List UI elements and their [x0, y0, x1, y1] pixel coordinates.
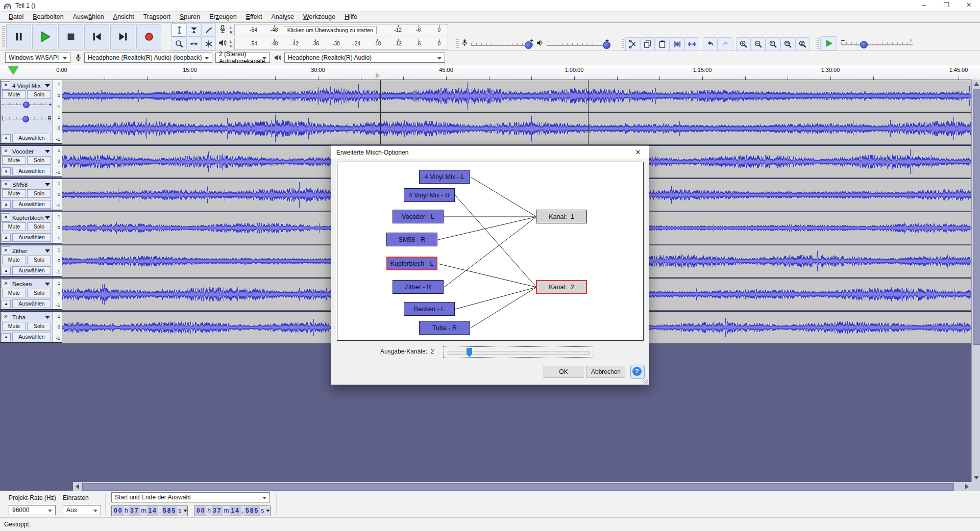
- record-meter[interactable]: LR -54-48Klicken um Überwachung zu start…: [217, 23, 448, 37]
- menu-erzeugen[interactable]: Erzeugen: [205, 12, 241, 21]
- recording-device-dropdown[interactable]: Headphone (Realtek(R) Audio) (loopback): [84, 53, 212, 63]
- zoom-out-button[interactable]: [751, 37, 766, 51]
- timeshift-tool-button[interactable]: [186, 37, 201, 50]
- menu-effekt[interactable]: Effekt: [241, 12, 267, 21]
- horizontal-scrollbar[interactable]: [73, 482, 971, 491]
- mute-button[interactable]: Mute: [2, 222, 26, 231]
- menu-hilfe[interactable]: Hilfe: [340, 12, 362, 21]
- project-rate-dropdown[interactable]: 96000: [9, 505, 56, 515]
- track-vertical-ruler[interactable]: 10-1: [53, 212, 62, 243]
- skip-start-button[interactable]: [84, 24, 109, 49]
- track-vertical-ruler[interactable]: 10-1: [53, 312, 62, 342]
- play-speed-thumb[interactable]: [860, 41, 868, 48]
- toolbar-grip[interactable]: [2, 26, 5, 47]
- zoom-tool-button[interactable]: [172, 37, 186, 50]
- paste-button[interactable]: [655, 37, 670, 51]
- track-menu-icon[interactable]: [45, 150, 50, 153]
- play-at-speed-button[interactable]: [820, 36, 837, 50]
- stop-button[interactable]: [58, 24, 83, 49]
- snap-dropdown[interactable]: Aus: [63, 505, 101, 515]
- track-control-panel[interactable]: ✕SM58MuteSolo▲Auswählen: [1, 179, 53, 210]
- playback-volume-thumb[interactable]: [603, 41, 610, 49]
- zoom-selection-button[interactable]: [766, 37, 780, 51]
- mixer-channel-kanal1[interactable]: Kanal: 1: [536, 210, 587, 223]
- dialog-resize-grip[interactable]: [643, 378, 648, 384]
- track-menu-icon[interactable]: [45, 216, 50, 219]
- dialog-title-bar[interactable]: Erweiterte Misch-Optionen ✕: [331, 146, 649, 159]
- monitoring-hint[interactable]: Klicken um Überwachung zu starten: [284, 26, 377, 34]
- waveform-canvas[interactable]: [62, 80, 971, 112]
- track-vertical-ruler[interactable]: 10-1: [53, 146, 62, 176]
- solo-button[interactable]: Solo: [27, 90, 51, 99]
- track-close-button[interactable]: ✕: [2, 280, 10, 288]
- close-button[interactable]: ✕: [958, 0, 980, 11]
- collapse-button[interactable]: ▲: [2, 300, 11, 308]
- play-speed-slider[interactable]: – +: [841, 38, 913, 48]
- scroll-down-icon[interactable]: [974, 476, 979, 479]
- menu-auswhlen[interactable]: Auswählen: [68, 12, 109, 21]
- track-vertical-ruler[interactable]: 10-1: [53, 179, 62, 210]
- mute-button[interactable]: Mute: [2, 156, 26, 165]
- selection-tool-button[interactable]: [172, 23, 186, 37]
- zoom-fit-button[interactable]: [780, 37, 795, 51]
- dialog-close-button[interactable]: ✕: [629, 147, 647, 158]
- timeline-pin-icon[interactable]: [8, 66, 18, 74]
- mute-button[interactable]: Mute: [2, 90, 26, 99]
- scroll-right-icon[interactable]: [965, 484, 969, 489]
- gain-thumb[interactable]: [23, 102, 30, 108]
- collapse-button[interactable]: ▲: [2, 234, 11, 242]
- record-meter-scale[interactable]: -54-48Klicken um Überwachung zu starten-…: [234, 24, 448, 36]
- scroll-up-icon[interactable]: [974, 82, 979, 86]
- track-menu-icon[interactable]: [45, 183, 50, 186]
- mute-button[interactable]: Mute: [2, 322, 26, 331]
- play-meter-scale[interactable]: -54-48-42-36-30-24-18-12-60: [234, 38, 448, 50]
- trim-audio-button[interactable]: [670, 37, 684, 51]
- menu-bearbeiten[interactable]: Bearbeiten: [28, 12, 68, 21]
- horizontal-scroll-thumb[interactable]: [82, 483, 954, 491]
- play-button[interactable]: [32, 24, 57, 49]
- redo-button[interactable]: [718, 37, 732, 51]
- recording-volume-thumb[interactable]: [525, 41, 532, 49]
- mixer-source-kupferblechl[interactable]: Kupferblech - L: [386, 257, 437, 270]
- select-button[interactable]: Auswählen: [12, 333, 51, 341]
- track-close-button[interactable]: ✕: [2, 213, 10, 222]
- track-name[interactable]: Zither: [11, 248, 45, 254]
- restore-button[interactable]: ❐: [935, 0, 958, 11]
- track-name[interactable]: Becken: [11, 281, 45, 287]
- silence-audio-button[interactable]: [684, 37, 699, 51]
- select-button[interactable]: Auswählen: [12, 200, 51, 209]
- collapse-button[interactable]: ▲: [2, 134, 11, 142]
- select-button[interactable]: Auswählen: [12, 299, 51, 308]
- track-name[interactable]: 4 Vinyl Mix: [11, 83, 45, 89]
- collapse-button[interactable]: ▲: [2, 167, 11, 175]
- solo-button[interactable]: Solo: [27, 289, 51, 297]
- play-meter[interactable]: LR -54-48-42-36-30-24-18-12-60: [217, 37, 448, 50]
- pan-slider[interactable]: [5, 115, 48, 122]
- draw-tool-button[interactable]: [201, 23, 216, 37]
- mute-button[interactable]: Mute: [2, 256, 26, 264]
- track-waveform-area[interactable]: [62, 80, 971, 143]
- recording-volume-slider[interactable]: – +: [471, 39, 533, 49]
- toolbar-grip[interactable]: [817, 38, 819, 49]
- menu-analyse[interactable]: Analyse: [266, 12, 298, 21]
- multi-tool-button[interactable]: [201, 37, 216, 50]
- zoom-in-button[interactable]: [736, 37, 751, 51]
- menu-ansicht[interactable]: Ansicht: [109, 12, 139, 21]
- dropdown-caret-icon[interactable]: [183, 510, 187, 512]
- track-control-panel[interactable]: ✕TubaMuteSolo▲Auswählen: [1, 312, 53, 342]
- pan-thumb[interactable]: [22, 116, 29, 122]
- gain-slider[interactable]: [5, 100, 49, 108]
- menu-werkzeuge[interactable]: Werkzeuge: [299, 12, 340, 21]
- dropdown-caret-icon[interactable]: [266, 510, 270, 512]
- solo-button[interactable]: Solo: [27, 222, 51, 231]
- track-name[interactable]: Vocoder: [11, 148, 45, 155]
- track-close-button[interactable]: ✕: [2, 147, 10, 156]
- solo-button[interactable]: Solo: [27, 156, 51, 165]
- track-name[interactable]: Kupferblech: [11, 215, 45, 221]
- ok-button[interactable]: OK: [544, 366, 583, 378]
- mixer-source-vocoderl[interactable]: Vocoder - L: [393, 210, 444, 223]
- solo-button[interactable]: Solo: [27, 256, 51, 264]
- recording-channels-dropdown[interactable]: 2 (Stereo) Aufnahmekanäle: [215, 53, 270, 63]
- track-vertical-ruler[interactable]: 10-110-1: [53, 80, 62, 143]
- select-button[interactable]: Auswählen: [12, 233, 51, 242]
